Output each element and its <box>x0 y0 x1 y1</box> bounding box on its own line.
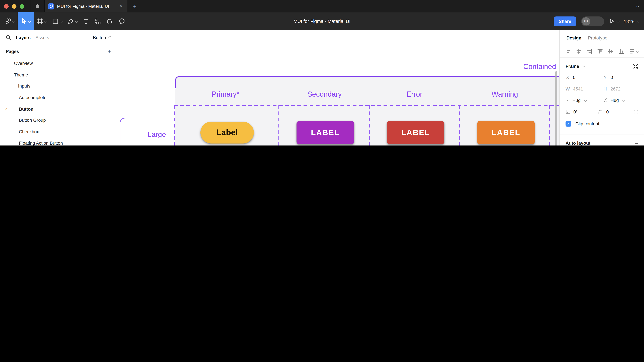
tab-title: MUI for Figma - Material UI <box>57 4 116 9</box>
page-item-button[interactable]: ✓Button <box>0 103 117 114</box>
page-item-theme[interactable]: Theme <box>0 69 117 80</box>
remove-auto-layout-button[interactable]: − <box>635 140 638 145</box>
add-page-button[interactable]: + <box>108 48 111 55</box>
clip-content-checkbox[interactable]: ✓ <box>566 121 571 127</box>
frame-top-border <box>175 76 563 89</box>
corner-radius-control[interactable]: 0 <box>598 109 629 114</box>
canvas-button[interactable]: Label <box>200 122 254 143</box>
search-icon[interactable] <box>6 35 11 40</box>
tab-design[interactable]: Design <box>566 35 581 40</box>
distribute-menu[interactable] <box>629 48 638 54</box>
collapse-panel-icon[interactable] <box>633 64 638 69</box>
tab-bar: MUI for Figma - Material UI ✕ + ⋯ <box>0 0 644 12</box>
hug-horizontal-control[interactable]: >< Hug <box>566 98 600 103</box>
page-item-inputs[interactable]: ↓Inputs <box>0 80 117 92</box>
frame-icon <box>37 18 43 24</box>
arrow-down-icon: ↓ <box>14 84 16 88</box>
individual-corners-icon[interactable] <box>634 109 638 114</box>
main-menu-button[interactable] <box>0 12 18 30</box>
grid-line-v <box>174 105 175 145</box>
grid-line-v <box>549 105 550 145</box>
pages-header: Pages + <box>0 45 117 58</box>
toolbar-right: Share </> 181% <box>554 12 640 30</box>
frame-tool[interactable] <box>34 12 50 30</box>
frame-y-input[interactable]: 0 <box>610 75 613 80</box>
dev-mode-toggle[interactable]: </> <box>581 16 604 26</box>
tab-assets[interactable]: Assets <box>36 35 49 40</box>
inspector-tabs: Design Prototype <box>560 30 644 45</box>
right-panel: Design Prototype Frame X0 <box>560 30 644 145</box>
present-button[interactable] <box>609 19 619 24</box>
grid-line-v <box>278 105 279 145</box>
page-item-autocomplete[interactable]: Autocomplete <box>0 92 117 103</box>
canvas-button[interactable]: LABEL <box>387 121 444 144</box>
align-left-icon[interactable] <box>565 48 571 54</box>
page-item-button-group[interactable]: Button Group <box>0 114 117 126</box>
new-tab-button[interactable]: + <box>133 3 136 10</box>
column-header[interactable]: Primary* <box>190 90 260 99</box>
pen-tool[interactable] <box>65 12 80 30</box>
shape-tool[interactable] <box>50 12 65 30</box>
dev-mode-icon: </> <box>582 17 590 25</box>
align-top-icon[interactable] <box>597 48 603 54</box>
close-window-button[interactable] <box>4 4 8 9</box>
frame-w-input[interactable]: 4541 <box>573 86 583 91</box>
figma-file-icon <box>48 3 54 9</box>
frame-x-input[interactable]: 0 <box>573 75 576 80</box>
home-icon <box>34 3 40 9</box>
hand-tool[interactable] <box>104 12 116 30</box>
align-v-center-icon[interactable] <box>608 48 614 54</box>
align-h-center-icon[interactable] <box>576 48 582 54</box>
actions-tool[interactable] <box>92 12 104 30</box>
column-header[interactable]: Error <box>380 90 449 99</box>
rotation-control[interactable]: 0° <box>566 109 596 114</box>
minimize-window-button[interactable] <box>12 4 16 9</box>
comment-icon <box>119 18 125 24</box>
window-controls <box>0 4 30 9</box>
column-header[interactable]: Secondary <box>290 90 359 99</box>
corner-radius-icon <box>598 110 603 114</box>
align-bottom-icon[interactable] <box>618 48 624 54</box>
file-tab[interactable]: MUI for Figma - Material UI ✕ <box>45 0 127 12</box>
frame-section-title[interactable]: Frame <box>566 64 579 69</box>
hug-vertical-control[interactable]: Hug <box>603 98 638 103</box>
share-button[interactable]: Share <box>554 16 576 26</box>
move-tool[interactable] <box>18 12 34 30</box>
divider <box>127 0 127 12</box>
comment-tool[interactable] <box>116 12 128 30</box>
grid-line-v <box>459 105 460 145</box>
distribute-icon <box>629 48 635 54</box>
sidebar-header: Layers Assets Button <box>0 30 117 45</box>
page-dropdown[interactable]: Button <box>93 35 111 40</box>
page-item-overview[interactable]: Overview <box>0 58 117 69</box>
page-item-fab[interactable]: Floating Action Button <box>0 137 117 145</box>
zoom-menu[interactable]: 181% <box>624 19 640 24</box>
clip-content-label: Clip content <box>576 121 599 126</box>
hug-h-icon: >< <box>566 98 569 102</box>
left-sidebar: Layers Assets Button Pages + Overview Th… <box>0 30 117 145</box>
pen-icon <box>68 18 74 24</box>
auto-layout-title: Auto layout <box>566 141 590 145</box>
window-overflow-menu[interactable]: ⋯ <box>634 0 640 12</box>
canvas-button[interactable]: LABEL <box>296 121 354 144</box>
tab-layers[interactable]: Layers <box>16 35 30 40</box>
column-header[interactable]: Warning <box>470 90 540 99</box>
close-tab-icon[interactable]: ✕ <box>118 4 124 9</box>
frame-h-input[interactable]: 2672 <box>610 86 620 91</box>
page-item-checkbox[interactable]: Checkbox <box>0 126 117 137</box>
home-button[interactable] <box>30 0 44 12</box>
frame-name-label[interactable]: Contained <box>523 62 556 71</box>
move-cursor-icon <box>21 18 26 24</box>
zoom-level: 181% <box>624 19 636 24</box>
align-right-icon[interactable] <box>586 48 592 54</box>
figma-window: MUI for Figma - Material UI ✕ + ⋯ <box>0 0 644 145</box>
zoom-window-button[interactable] <box>20 4 24 9</box>
canvas-button[interactable]: LABEL <box>477 121 535 144</box>
text-tool[interactable] <box>80 12 92 30</box>
canvas-scrollbar[interactable] <box>555 71 557 145</box>
grid-line-v <box>369 105 370 145</box>
check-icon: ✓ <box>5 107 8 111</box>
tab-prototype[interactable]: Prototype <box>588 35 608 40</box>
figma-logo-icon <box>5 18 11 25</box>
hug-v-icon <box>603 98 607 103</box>
